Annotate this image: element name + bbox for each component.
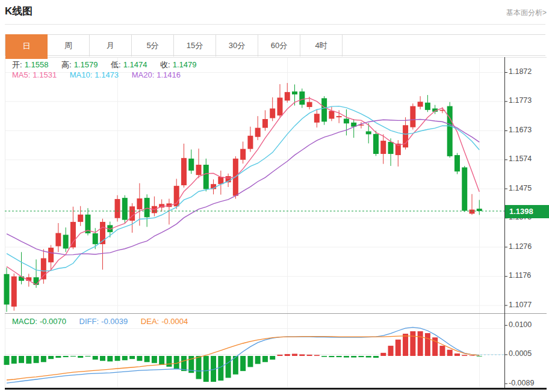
macd-bar-down xyxy=(166,356,172,367)
candle-down xyxy=(373,134,379,154)
macd-bar-down xyxy=(203,356,209,382)
candle-up xyxy=(285,92,290,100)
macd-bar-down xyxy=(477,356,482,357)
macd-bar-down xyxy=(4,356,10,365)
tab-4hour[interactable]: 4时 xyxy=(300,35,343,57)
candle-up xyxy=(270,108,275,118)
macd-bar-up xyxy=(299,354,305,356)
candle-up xyxy=(218,177,223,184)
high-value: 1.1579 xyxy=(74,60,98,69)
dea-value: -0.0004 xyxy=(161,317,188,326)
macd-readout: MACD:-0.0070 DIFF:-0.0039 DEA:-0.0004 xyxy=(12,317,190,326)
macd-bar-down xyxy=(85,356,90,357)
macd-bar-down xyxy=(41,356,46,362)
candle-up xyxy=(11,277,17,307)
macd-bar-down xyxy=(107,356,113,361)
candle-up xyxy=(70,222,76,247)
candle-up xyxy=(418,102,423,106)
macd-bar-down xyxy=(181,356,187,371)
tab-day[interactable]: 日 xyxy=(5,34,48,59)
candle-up xyxy=(470,210,475,214)
macd-bar-up xyxy=(277,355,282,356)
open-label: 开: xyxy=(12,60,22,69)
candle-down xyxy=(447,106,453,156)
ma10-value: 1.1473 xyxy=(95,70,119,79)
period-tabs: 日 周 月 5分 15分 30分 60分 4时 xyxy=(5,34,545,56)
macd-bar-up xyxy=(403,334,408,356)
ma20-label: MA20: xyxy=(132,70,155,79)
ma-readout: MA5:1.1531 MA10:1.1473 MA20:1.1416 xyxy=(12,70,183,79)
macd-bar-down xyxy=(78,356,83,358)
macd-bar-up xyxy=(425,333,430,356)
macd-bar-down xyxy=(115,356,120,361)
candle-down xyxy=(462,167,467,210)
macd-bar-down xyxy=(329,356,334,357)
tab-15min[interactable]: 15分 xyxy=(174,35,216,57)
tab-week[interactable]: 周 xyxy=(48,35,90,57)
macd-bar-up xyxy=(292,354,297,356)
candle-up xyxy=(48,248,54,262)
macd-bar-down xyxy=(337,356,342,357)
ma20-value: 1.1416 xyxy=(157,70,181,79)
macd-bar-down xyxy=(270,356,275,360)
macd-bar-up xyxy=(388,346,394,356)
macd-bar-down xyxy=(366,356,371,358)
macd-bar-down xyxy=(63,356,69,357)
macd-bar-up xyxy=(470,355,475,356)
macd-bar-down xyxy=(351,356,356,358)
macd-bar-up xyxy=(307,355,312,356)
candle-down xyxy=(454,155,460,171)
macd-bar-down xyxy=(240,356,246,371)
candle-up xyxy=(307,102,312,107)
macd-tick-label: -0.0089 xyxy=(509,379,534,387)
candle-down xyxy=(203,165,209,189)
price-tick-label: 1.1872 xyxy=(509,67,532,76)
current-price-badge: 1.1398 xyxy=(505,205,549,218)
ma5-value: 1.1531 xyxy=(33,70,57,79)
low-label: 低: xyxy=(111,60,121,69)
macd-tick-label: 0.0100 xyxy=(509,320,532,329)
macd-bar-up xyxy=(395,340,401,356)
candle-up xyxy=(196,165,202,175)
macd-bar-down xyxy=(196,356,202,379)
candle-up xyxy=(78,215,83,222)
dea-label: DEA: xyxy=(141,317,159,326)
macd-bar-down xyxy=(122,356,128,360)
macd-bar-down xyxy=(19,356,24,363)
high-label: 高: xyxy=(61,60,72,69)
candle-down xyxy=(188,159,194,171)
macd-bar-down xyxy=(262,356,268,362)
ohlc-readout: 开:1.1558 高:1.1579 低:1.1474 收:1.1479 xyxy=(12,60,199,70)
kline-chart-canvas[interactable] xyxy=(0,0,549,392)
tab-60min[interactable]: 60分 xyxy=(258,35,300,57)
candle-up xyxy=(115,199,120,218)
macd-bar-down xyxy=(144,356,150,362)
price-tick-label: 1.1574 xyxy=(509,155,532,163)
diff-value: -0.0039 xyxy=(101,317,128,326)
candle-up xyxy=(329,111,334,118)
low-value: 1.1474 xyxy=(123,60,147,69)
macd-bar-up xyxy=(418,331,423,356)
macd-bar-down xyxy=(55,356,61,358)
tab-month[interactable]: 月 xyxy=(90,35,132,57)
candle-down xyxy=(477,209,482,211)
macd-tick-label: 0.0005 xyxy=(509,349,532,358)
candle-down xyxy=(344,119,349,124)
candle-up xyxy=(129,206,135,221)
tab-5min[interactable]: 5分 xyxy=(132,35,174,57)
kline-page: { "header": { "title": "K线图", "link_labe… xyxy=(0,0,549,392)
macd-bar-down xyxy=(34,356,39,363)
macd-bar-down xyxy=(11,356,17,364)
candle-up xyxy=(255,128,261,137)
candle-up xyxy=(181,158,187,185)
macd-bar-up xyxy=(454,354,460,356)
macd-bar-down xyxy=(26,356,31,364)
macd-bar-down xyxy=(70,356,76,357)
price-tick-label: 1.1077 xyxy=(509,301,532,309)
price-tick-label: 1.1475 xyxy=(509,184,532,192)
macd-bar-down xyxy=(93,356,98,360)
macd-bar-down xyxy=(48,356,54,359)
candle-up xyxy=(410,106,415,127)
tab-30min[interactable]: 30分 xyxy=(216,35,258,57)
candle-down xyxy=(4,274,10,305)
